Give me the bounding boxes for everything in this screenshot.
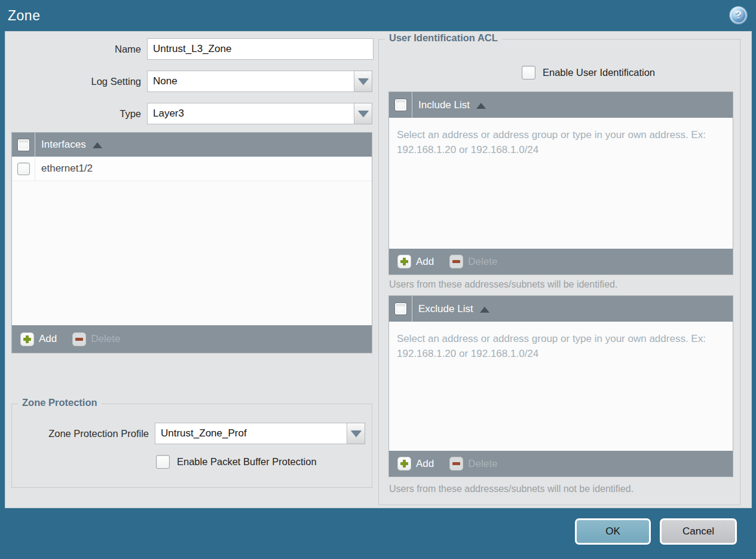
add-label: Add [39,333,57,345]
log-setting-label: Log Setting [5,76,147,87]
zone-dialog-screen: { "dialog": { "title": "Zone", "help_gly… [0,0,756,559]
enable-user-identification-checkbox[interactable] [522,66,535,80]
interface-row-checkbox[interactable] [17,163,30,175]
sort-ascending-icon[interactable] [93,142,102,148]
type-row: Type Layer3 [5,103,374,124]
include-list-column-header[interactable]: Include List [418,99,470,111]
interface-row[interactable]: ethernet1/2 [12,157,372,181]
name-row: Name [5,38,374,60]
delete-label: Delete [91,333,120,345]
add-label: Add [416,458,434,470]
interfaces-table: Interfaces ethernet1/2 Add Delete [11,132,372,353]
interfaces-add-button[interactable]: Add [20,332,57,346]
chevron-down-icon [358,78,369,85]
type-dropdown-button[interactable] [354,103,372,124]
help-icon[interactable]: ? [730,7,747,24]
cancel-button[interactable]: Cancel [660,518,737,545]
select-all-include-checkbox[interactable] [394,99,407,111]
name-input[interactable] [147,38,374,60]
dialog-title: Zone [8,8,40,24]
include-header-checkbox-cell [389,92,412,118]
chevron-down-icon [358,111,369,117]
delete-icon [72,332,86,346]
zone-dialog-body: Name Log Setting None Type Layer3 [5,31,752,508]
exclude-list-caption: Users from these addresses/subnets will … [389,484,633,494]
exclude-list-header: Exclude List [389,296,733,322]
sort-ascending-icon[interactable] [476,103,486,109]
chevron-down-icon [351,430,362,437]
include-list-footer: Add Delete [389,249,733,274]
interface-row-checkbox-cell [12,157,35,181]
type-label: Type [5,108,147,120]
zone-protection-profile-label: Zone Protection Profile [12,428,155,439]
type-value[interactable]: Layer3 [147,103,354,124]
include-list-placeholder: Select an address or address group or ty… [389,118,733,157]
user-identification-acl-legend: User Identification ACL [385,32,502,44]
interfaces-column-header[interactable]: Interfaces [41,139,86,151]
interfaces-table-footer: Add Delete [12,325,372,353]
log-setting-value[interactable]: None [147,71,354,92]
zone-protection-legend: Zone Protection [18,397,102,408]
add-label: Add [416,256,434,268]
zone-protection-section: Zone Protection Zone Protection Profile … [11,404,372,488]
exclude-list-body[interactable]: Select an address or address group or ty… [389,322,733,451]
delete-label: Delete [468,256,497,268]
packet-buffer-label: Enable Packet Buffer Protection [177,456,317,468]
include-add-button[interactable]: Add [397,255,434,268]
delete-icon [449,457,463,471]
include-list-body[interactable]: Select an address or address group or ty… [389,118,733,249]
delete-icon [449,255,463,268]
select-all-exclude-checkbox[interactable] [394,303,407,315]
include-list-header: Include List [389,92,733,118]
interface-name: ethernet1/2 [41,163,93,175]
log-setting-dropdown-button[interactable] [354,71,372,92]
include-list-caption: Users from these addresses/subnets will … [389,279,617,290]
zone-protection-profile-select[interactable]: Untrust_Zone_Prof [155,423,365,444]
type-select[interactable]: Layer3 [147,103,372,124]
zone-protection-profile-row: Zone Protection Profile Untrust_Zone_Pro… [12,423,365,444]
select-all-interfaces-checkbox[interactable] [17,139,30,151]
interfaces-table-header: Interfaces [12,133,372,157]
ok-button[interactable]: OK [575,518,651,545]
exclude-list-footer: Add Delete [389,451,733,476]
zone-protection-profile-dropdown-button[interactable] [347,423,365,444]
exclude-list-table: Exclude List Select an address or addres… [388,295,733,477]
exclude-add-button[interactable]: Add [397,457,434,471]
enable-user-identification-row: Enable User Identification [522,66,655,80]
log-setting-row: Log Setting None [5,71,374,92]
delete-label: Delete [468,458,497,470]
log-setting-select[interactable]: None [147,71,372,92]
interfaces-header-checkbox-cell [12,133,35,157]
enable-user-identification-label: Enable User Identification [543,67,655,78]
add-icon [397,457,411,471]
exclude-list-placeholder: Select an address or address group or ty… [389,322,733,361]
user-identification-acl-section: User Identification ACL Enable User Iden… [378,39,740,505]
exclude-header-checkbox-cell [389,296,412,322]
exclude-list-column-header[interactable]: Exclude List [418,303,473,315]
include-list-table: Include List Select an address or addres… [388,91,733,275]
name-label: Name [5,44,147,55]
exclude-delete-button[interactable]: Delete [449,457,497,471]
add-icon [397,255,411,268]
include-delete-button[interactable]: Delete [449,255,497,268]
zone-form: Name Log Setting None Type Layer3 [5,38,374,124]
packet-buffer-row: Enable Packet Buffer Protection [156,455,317,469]
sort-ascending-icon[interactable] [480,307,489,313]
interfaces-table-body: ethernet1/2 [12,157,372,325]
zone-protection-profile-value[interactable]: Untrust_Zone_Prof [155,423,347,444]
enable-packet-buffer-protection-checkbox[interactable] [156,455,170,469]
interfaces-delete-button[interactable]: Delete [72,332,120,346]
add-icon [20,332,34,346]
